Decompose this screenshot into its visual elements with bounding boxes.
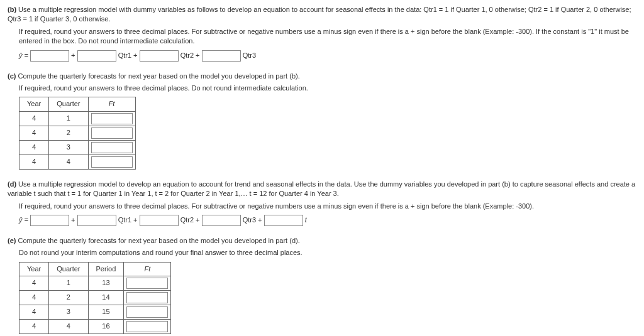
part-e-line1: (e) Compute the quarterly forecasts for … (8, 236, 636, 246)
part-c: (c) Compute the quarterly forecasts for … (8, 72, 636, 170)
cell-ft (124, 291, 171, 305)
qtr3-label: Qtr3 (243, 51, 256, 58)
cell-quarter: 3 (49, 305, 88, 320)
table-header-row: Year Quarter Period Ft (19, 262, 171, 276)
cell-quarter: 3 (49, 140, 88, 154)
col-ft: Ft (124, 262, 171, 276)
cell-year: 4 (19, 111, 49, 126)
part-d-label: (d) (8, 180, 16, 188)
part-c-line1: (c) Compute the quarterly forecasts for … (8, 72, 636, 81)
part-d-line1: (d) Use a multiple regression model to d… (8, 180, 636, 199)
part-d-text1: Use a multiple regression model to devel… (8, 180, 635, 197)
cell-year: 4 (19, 276, 49, 291)
cell-quarter: 2 (49, 126, 88, 140)
qtr1-label: Qtr1 + (118, 216, 138, 224)
e-ft-input-3[interactable] (126, 306, 168, 318)
part-b-equation: ŷ = + Qtr1 + Qtr2 + Qtr3 (19, 50, 636, 62)
e-ft-input-2[interactable] (126, 292, 168, 303)
b-coef0-input[interactable] (30, 50, 69, 62)
qtr2-label: Qtr2 + (180, 51, 200, 58)
c-ft-input-1[interactable] (91, 113, 133, 124)
d-coef3-input[interactable] (202, 215, 241, 226)
part-c-table: Year Quarter Ft 4 1 4 2 4 3 4 4 (19, 97, 136, 169)
cell-year: 4 (19, 140, 49, 154)
part-b-text1: Use a multiple regression model with dum… (8, 6, 631, 23)
e-ft-input-4[interactable] (126, 321, 168, 332)
yhat-label: ŷ = (19, 216, 28, 224)
b-coef1-input[interactable] (77, 50, 116, 62)
col-ft: Ft (88, 97, 135, 111)
cell-quarter: 2 (49, 291, 88, 305)
col-quarter: Quarter (49, 262, 88, 276)
table-row: 4 4 (19, 154, 136, 169)
plus-label: + (71, 51, 75, 58)
cell-quarter: 1 (49, 111, 88, 126)
d-coef1-input[interactable] (77, 215, 116, 226)
e-ft-input-1[interactable] (126, 278, 168, 289)
part-d: (d) Use a multiple regression model to d… (8, 180, 636, 226)
cell-quarter: 4 (49, 320, 88, 334)
c-ft-input-4[interactable] (91, 156, 133, 168)
part-b-text2: If required, round your answers to three… (19, 27, 636, 46)
cell-year: 4 (19, 305, 49, 320)
plus-label: + (71, 216, 75, 224)
cell-year: 4 (19, 320, 49, 334)
d-coef2-input[interactable] (140, 215, 179, 226)
cell-year: 4 (19, 291, 49, 305)
table-row: 4 1 (19, 111, 136, 126)
cell-ft (88, 140, 135, 154)
table-row: 4 4 16 (19, 320, 171, 334)
cell-period: 15 (88, 305, 124, 320)
cell-period: 13 (88, 276, 124, 291)
cell-period: 14 (88, 291, 124, 305)
table-row: 4 2 14 (19, 291, 171, 305)
part-c-text2: If required, round your answers to three… (19, 84, 636, 93)
cell-period: 16 (88, 320, 124, 334)
t-label: t (305, 216, 307, 224)
part-e-label: (e) (8, 237, 16, 244)
part-e-table: Year Quarter Period Ft 4 1 13 4 2 14 4 3… (19, 262, 171, 334)
d-coef0-input[interactable] (30, 215, 69, 226)
cell-ft (88, 126, 135, 140)
cell-quarter: 4 (49, 154, 88, 169)
table-row: 4 3 15 (19, 305, 171, 320)
part-d-text2: If required, round your answers to three… (19, 202, 636, 211)
col-year: Year (19, 97, 49, 111)
c-ft-input-2[interactable] (91, 127, 133, 139)
qtr3-label: Qtr3 + (243, 216, 262, 224)
yhat-label: ŷ = (19, 51, 28, 58)
col-year: Year (19, 262, 49, 276)
part-c-text1: Compute the quarterly forecasts for next… (18, 72, 300, 80)
col-quarter: Quarter (49, 97, 88, 111)
cell-ft (124, 276, 171, 291)
part-d-equation: ŷ = + Qtr1 + Qtr2 + Qtr3 + t (19, 215, 636, 226)
part-b: (b) Use a multiple regression model with… (8, 5, 636, 62)
b-coef2-input[interactable] (140, 50, 179, 62)
cell-ft (88, 154, 135, 169)
cell-ft (88, 111, 135, 126)
d-coef4-input[interactable] (264, 215, 303, 226)
col-period: Period (88, 262, 124, 276)
b-coef3-input[interactable] (202, 50, 241, 62)
cell-year: 4 (19, 154, 49, 169)
part-e-text2: Do not round your interim computations a… (19, 248, 636, 257)
c-ft-input-3[interactable] (91, 142, 133, 153)
part-e-text1: Compute the quarterly forecasts for next… (18, 237, 300, 244)
part-e: (e) Compute the quarterly forecasts for … (8, 236, 636, 334)
table-row: 4 1 13 (19, 276, 171, 291)
qtr2-label: Qtr2 + (180, 216, 200, 224)
cell-year: 4 (19, 126, 49, 140)
cell-ft (124, 320, 171, 334)
part-c-label: (c) (8, 72, 16, 80)
table-row: 4 2 (19, 126, 136, 140)
cell-ft (124, 305, 171, 320)
qtr1-label: Qtr1 + (118, 51, 138, 58)
table-row: 4 3 (19, 140, 136, 154)
table-header-row: Year Quarter Ft (19, 97, 136, 111)
part-b-line1: (b) Use a multiple regression model with… (8, 5, 636, 24)
part-b-label: (b) (8, 6, 16, 13)
cell-quarter: 1 (49, 276, 88, 291)
